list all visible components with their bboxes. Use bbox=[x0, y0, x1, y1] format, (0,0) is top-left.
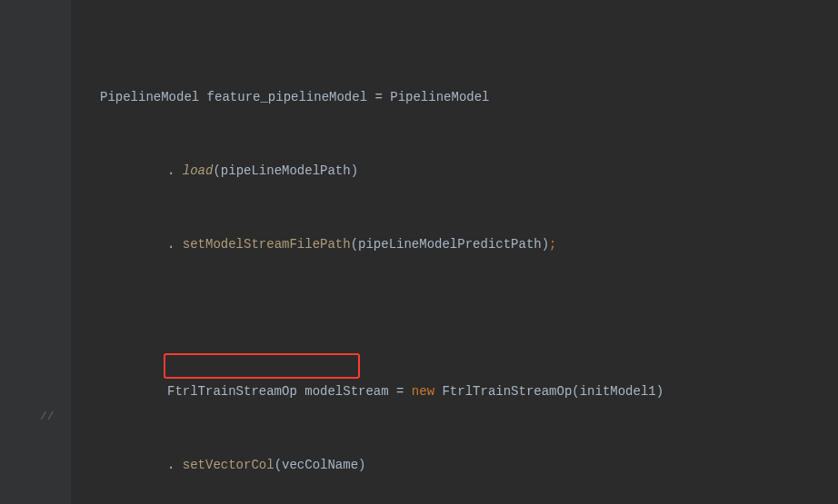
code-token: . bbox=[167, 458, 183, 472]
code-token: . bbox=[167, 163, 183, 178]
gutter-comment-marker: // bbox=[40, 404, 55, 429]
code-line[interactable]: . setVectorCol(vecColName) bbox=[100, 453, 838, 478]
code-token: ; bbox=[549, 237, 556, 252]
code-line[interactable]: FtrlTrainStreamOp modelStream = new Ftrl… bbox=[100, 380, 838, 404]
code-token: PipelineModel bbox=[390, 90, 489, 104]
code-line-blank[interactable] bbox=[100, 306, 838, 331]
code-token: (vecColName) bbox=[274, 458, 366, 472]
code-line[interactable]: . setModelStreamFilePath(pipeLineModelPr… bbox=[100, 232, 838, 257]
code-token: PipelineModel feature_pipelineModel bbox=[100, 90, 374, 104]
code-token: setModelStreamFilePath bbox=[183, 237, 351, 252]
code-editor[interactable]: PipelineModel feature_pipelineModel = Pi… bbox=[71, 0, 838, 504]
code-token: (pipeLineModelPath) bbox=[213, 163, 358, 178]
code-token: load bbox=[183, 163, 214, 178]
code-token: . bbox=[167, 237, 183, 252]
code-token: = bbox=[396, 384, 412, 399]
code-token: FtrlTrainStreamOp(initModel1) bbox=[442, 384, 663, 399]
gutter: // bbox=[0, 0, 71, 504]
code-token: FtrlTrainStreamOp modelStream bbox=[167, 384, 396, 399]
code-line[interactable]: PipelineModel feature_pipelineModel = Pi… bbox=[100, 85, 838, 110]
code-token: new bbox=[412, 384, 443, 399]
code-token: = bbox=[374, 90, 390, 104]
code-token: (pipeLineModelPredictPath) bbox=[351, 237, 549, 252]
code-line[interactable]: . load(pipeLineModelPath) bbox=[100, 159, 838, 183]
code-token: setVectorCol bbox=[183, 458, 274, 472]
